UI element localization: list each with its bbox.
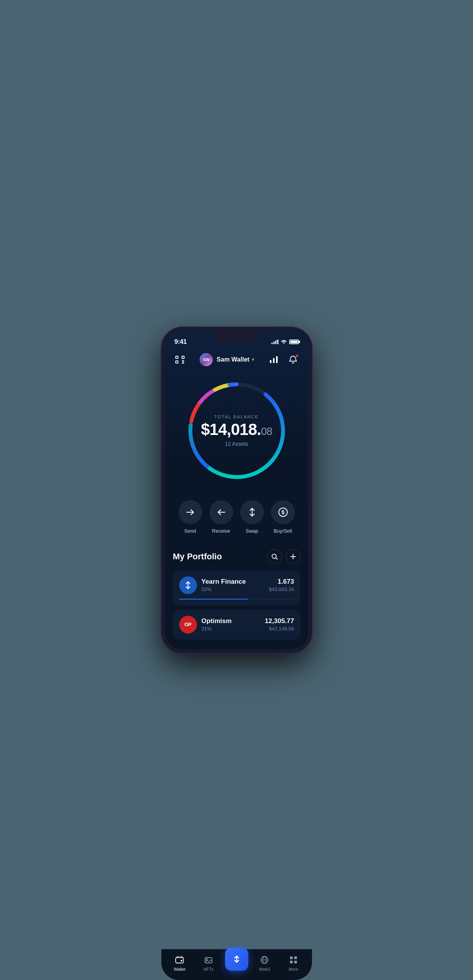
scan-button[interactable] xyxy=(173,353,187,367)
status-icons xyxy=(271,339,299,345)
buysell-label: Buy/Sell xyxy=(274,528,292,534)
portfolio-section: My Portfolio xyxy=(165,545,308,649)
buysell-button[interactable]: $ xyxy=(271,500,295,524)
svg-rect-7 xyxy=(273,358,275,363)
send-action[interactable]: Send xyxy=(177,500,204,534)
send-button[interactable] xyxy=(178,500,202,524)
user-name-label: Sam Wallet ▾ xyxy=(217,356,254,363)
asset-amount-op: 12,305.77 xyxy=(265,617,294,625)
svg-rect-6 xyxy=(270,360,271,363)
send-label: Send xyxy=(184,528,196,534)
portfolio-header: My Portfolio xyxy=(173,549,300,564)
svg-rect-8 xyxy=(276,356,278,363)
asset-left-op: OP Optimism 31% xyxy=(179,616,232,634)
header-actions xyxy=(267,353,300,367)
asset-percent-yfi: 32% xyxy=(202,586,246,592)
phone-screen: 9:41 xyxy=(165,331,308,649)
add-asset-button[interactable] xyxy=(286,549,300,564)
svg-rect-0 xyxy=(176,356,178,358)
balance-label: TOTAL BALANCE xyxy=(201,414,272,419)
asset-icon-yfi xyxy=(179,576,197,594)
signal-icon xyxy=(271,340,278,344)
asset-percent-op: 31% xyxy=(202,626,232,632)
phone-frame: 9:41 xyxy=(161,327,312,653)
svg-rect-2 xyxy=(176,361,178,363)
asset-icon-op: OP xyxy=(179,616,197,634)
asset-row-yfi: Yearn Finance 32% 1.673 $43,003.34 xyxy=(179,576,294,594)
balance-section: TOTAL BALANCE $14,018.08 12 Assets xyxy=(165,373,308,496)
user-selector[interactable]: SW Sam Wallet ▾ xyxy=(200,353,254,366)
asset-usd-op: $42,149.56 xyxy=(265,626,294,632)
swap-label: Swap xyxy=(246,528,258,534)
avatar: SW xyxy=(200,353,213,366)
buysell-action[interactable]: $ Buy/Sell xyxy=(270,500,297,534)
asset-name-op: Optimism xyxy=(202,617,232,625)
asset-amount-yfi: 1.673 xyxy=(269,578,294,586)
balance-amount: $14,018.08 xyxy=(201,421,272,438)
asset-card-yfi[interactable]: Yearn Finance 32% 1.673 $43,003.34 xyxy=(173,570,300,606)
balance-assets: 12 Assets xyxy=(201,441,272,447)
wifi-icon xyxy=(281,339,287,345)
asset-progress-fill-yfi xyxy=(179,599,248,600)
receive-action[interactable]: Receive xyxy=(208,500,235,534)
asset-name-yfi: Yearn Finance xyxy=(202,578,246,586)
svg-line-22 xyxy=(276,558,277,559)
status-time: 9:41 xyxy=(175,338,187,346)
asset-values-op: 12,305.77 $42,149.56 xyxy=(265,617,294,632)
chart-button[interactable] xyxy=(267,353,281,367)
asset-info-yfi: Yearn Finance 32% xyxy=(202,578,246,592)
asset-usd-yfi: $43,003.34 xyxy=(269,586,294,592)
notch xyxy=(214,331,260,343)
balance-info: TOTAL BALANCE $14,018.08 12 Assets xyxy=(201,414,272,447)
balance-ring: TOTAL BALANCE $14,018.08 12 Assets xyxy=(183,377,291,485)
asset-left-yfi: Yearn Finance 32% xyxy=(179,576,246,594)
chevron-down-icon: ▾ xyxy=(252,357,254,362)
notification-button[interactable] xyxy=(286,353,300,367)
swap-action[interactable]: Swap xyxy=(239,500,266,534)
asset-values-yfi: 1.673 $43,003.34 xyxy=(269,578,294,592)
asset-row-op: OP Optimism 31% 12,305.77 $42,149.56 xyxy=(179,616,294,634)
svg-text:$: $ xyxy=(281,509,285,515)
app-header: SW Sam Wallet ▾ xyxy=(165,350,308,373)
notification-badge xyxy=(295,354,298,357)
asset-progress-yfi xyxy=(179,599,294,600)
battery-icon xyxy=(289,340,299,344)
swap-button[interactable] xyxy=(240,500,264,524)
asset-info-op: Optimism 31% xyxy=(202,617,232,632)
action-buttons: Send Receive xyxy=(165,496,308,545)
asset-card-op[interactable]: OP Optimism 31% 12,305.77 $42,149.56 xyxy=(173,610,300,640)
receive-button[interactable] xyxy=(209,500,233,524)
portfolio-title: My Portfolio xyxy=(173,552,222,562)
svg-rect-1 xyxy=(182,356,184,358)
receive-label: Receive xyxy=(212,528,230,534)
portfolio-actions xyxy=(267,549,300,564)
search-button[interactable] xyxy=(267,549,282,564)
